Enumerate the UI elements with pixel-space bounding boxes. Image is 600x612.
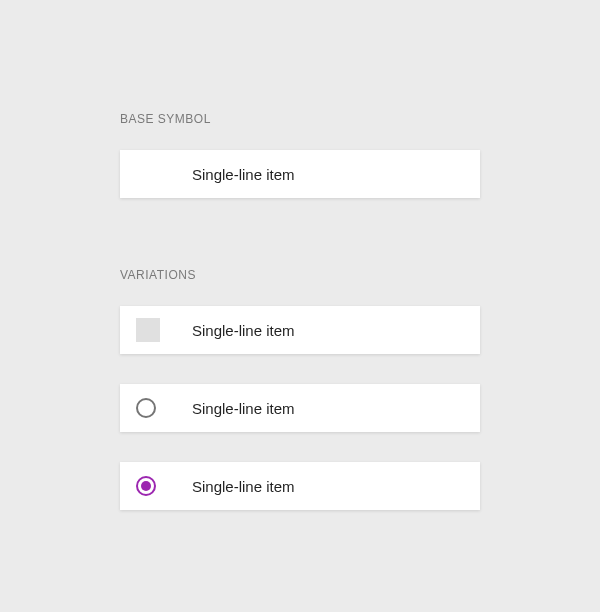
- variation-list-item-radio-unselected[interactable]: Single-line item: [120, 384, 480, 432]
- list-item-label: Single-line item: [192, 400, 295, 417]
- list-item-label: Single-line item: [192, 322, 295, 339]
- variation-list-item-radio-selected[interactable]: Single-line item: [120, 462, 480, 510]
- variations-section: VARIATIONS Single-line item Single-line …: [120, 268, 480, 510]
- list-item-label: Single-line item: [192, 478, 295, 495]
- base-symbol-section: BASE SYMBOL Single-line item: [120, 112, 480, 198]
- square-thumbnail-icon: [136, 318, 160, 342]
- leading-slot-empty: [120, 150, 192, 198]
- variation-list-item-thumbnail[interactable]: Single-line item: [120, 306, 480, 354]
- variations-label: VARIATIONS: [120, 268, 480, 282]
- radio-selected-icon[interactable]: [136, 476, 156, 496]
- base-list-item[interactable]: Single-line item: [120, 150, 480, 198]
- leading-slot: [120, 384, 192, 432]
- leading-slot: [120, 462, 192, 510]
- radio-unselected-icon[interactable]: [136, 398, 156, 418]
- base-symbol-label: BASE SYMBOL: [120, 112, 480, 126]
- leading-slot: [120, 306, 192, 354]
- list-item-label: Single-line item: [192, 166, 295, 183]
